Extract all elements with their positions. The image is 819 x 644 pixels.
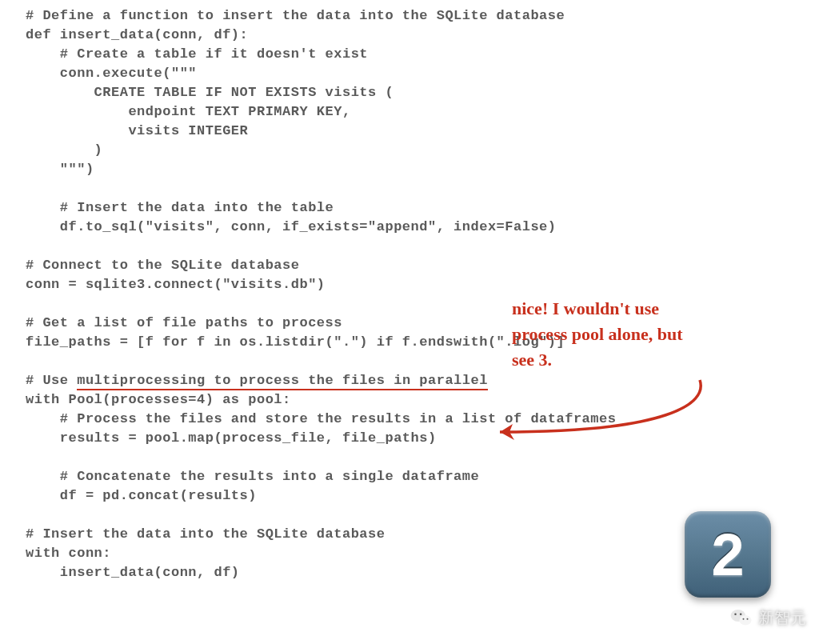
code-line: conn.execute(""" (26, 66, 197, 81)
watermark-text: 新智元 (758, 607, 806, 629)
svg-point-1 (740, 615, 752, 626)
svg-point-4 (743, 618, 745, 620)
annotation-line: nice! I wouldn't use (512, 296, 784, 322)
svg-point-5 (747, 618, 749, 620)
code-line: CREATE TABLE IF NOT EXISTS visits ( (26, 85, 394, 100)
code-line: # Insert the data into the table (26, 200, 334, 215)
code-line: conn = sqlite3.connect("visits.db") (26, 277, 326, 292)
underlined-text: multiprocessing to process the files in … (77, 373, 488, 390)
code-line: # Insert the data into the SQLite databa… (26, 526, 385, 542)
code-line: visits INTEGER (26, 123, 248, 138)
code-line: # Get a list of file paths to process (26, 315, 342, 330)
code-line: def insert_data(conn, df): (26, 27, 248, 42)
wechat-icon (729, 606, 753, 630)
code-line: # Create a table if it doesn't exist (26, 46, 368, 62)
code-line: endpoint TEXT PRIMARY KEY, (26, 104, 351, 119)
code-block: # Define a function to insert the data i… (26, 6, 616, 582)
code-line: insert_data(conn, df) (26, 565, 240, 580)
code-line: with conn: (26, 546, 111, 561)
code-line: """) (26, 162, 94, 177)
code-line: results = pool.map(process_file, file_pa… (26, 430, 437, 446)
code-line: with Pool(processes=4) as pool: (26, 392, 291, 407)
handwritten-annotation: nice! I wouldn't use process pool alone,… (512, 296, 784, 373)
code-line: # Define a function to insert the data i… (26, 8, 565, 23)
code-line: df = pd.concat(results) (26, 488, 257, 503)
code-line: # Use multiprocessing to process the fil… (26, 373, 488, 390)
code-text: # Use (26, 373, 77, 388)
code-line: df.to_sql("visits", conn, if_exists="app… (26, 219, 557, 234)
annotation-line: process pool alone, but (512, 322, 784, 347)
code-line: # Concatenate the results into a single … (26, 469, 479, 484)
page-number-badge: 2 (685, 511, 771, 598)
badge-number: 2 (711, 521, 744, 589)
watermark: 新智元 (729, 606, 806, 630)
svg-point-2 (734, 614, 737, 616)
code-line: # Connect to the SQLite database (26, 258, 299, 273)
annotation-line: see 3. (512, 347, 784, 373)
code-line: file_paths = [f for f in os.listdir(".")… (26, 334, 565, 350)
code-line: ) (26, 142, 102, 158)
svg-point-3 (740, 614, 742, 616)
code-line: # Process the files and store the result… (26, 411, 616, 426)
